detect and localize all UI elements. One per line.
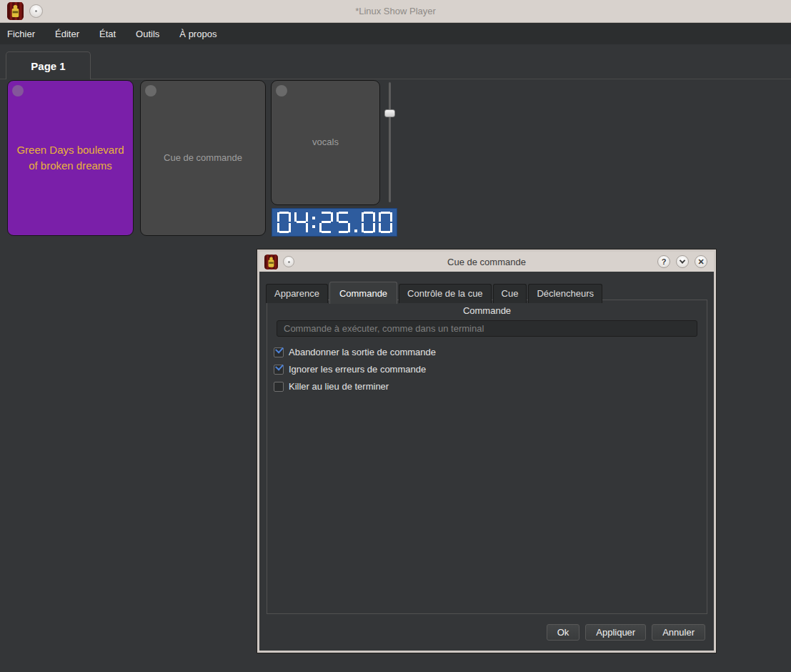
- checkbox-kill-instead[interactable]: Killer au lieu de terminer: [274, 381, 389, 392]
- cue-name: vocals: [312, 136, 339, 149]
- command-tab-pane: Commande Abandonner la sortie de command…: [267, 300, 707, 614]
- cue-status-icon: [145, 85, 156, 97]
- cue-time-display: [272, 208, 397, 237]
- lcd-glyph: [312, 212, 316, 233]
- page-tabbar: Page 1: [0, 44, 791, 79]
- volume-slider-track[interactable]: [389, 82, 391, 202]
- shade-button[interactable]: [676, 255, 689, 268]
- window-title: *Linux Show Player: [0, 6, 791, 16]
- command-group-label: Commande: [267, 305, 707, 316]
- lcd-glyph: [294, 212, 308, 233]
- lcd-glyph: [337, 212, 350, 233]
- tab-apparence[interactable]: Apparence: [266, 284, 328, 303]
- checkbox-label: Ignorer les erreurs de commande: [289, 364, 426, 375]
- menu-etat[interactable]: État: [89, 24, 126, 44]
- menu-outils[interactable]: Outils: [126, 24, 169, 44]
- tab-commande[interactable]: Commande: [329, 282, 397, 304]
- app-icon: [7, 2, 24, 20]
- checkbox-icon[interactable]: [274, 365, 284, 375]
- lcd-glyph: [319, 212, 333, 233]
- dialog-body: Apparence Commande Contrôle de la cue Cu…: [259, 272, 714, 651]
- tab-cue[interactable]: Cue: [493, 284, 527, 303]
- menu-a-propos[interactable]: À propos: [169, 24, 227, 44]
- cue-card-command[interactable]: Cue de commande: [140, 80, 266, 236]
- dialog-window-controls: ? ✕: [657, 255, 707, 268]
- cue-status-icon: [12, 85, 24, 97]
- menubar: Fichier Éditer État Outils À propos: [0, 23, 791, 44]
- cue-card-vocals[interactable]: vocals: [271, 80, 380, 205]
- dialog-button-row: Ok Appliquer Annuler: [547, 624, 705, 641]
- check-mark-icon: [275, 345, 284, 353]
- dialog-titlebar: Cue de commande ? ✕: [259, 252, 714, 272]
- check-mark-icon: [275, 362, 284, 370]
- dialog-title: Cue de commande: [259, 257, 714, 267]
- cue-name: Cue de commande: [164, 152, 242, 165]
- checkbox-discard-output[interactable]: Abandonner la sortie de commande: [274, 347, 436, 357]
- tab-page-1[interactable]: Page 1: [6, 51, 91, 79]
- checkbox-label: Killer au lieu de terminer: [289, 381, 389, 392]
- window-menu-button[interactable]: [29, 4, 43, 18]
- help-button[interactable]: ?: [657, 255, 670, 268]
- cancel-button[interactable]: Annuler: [652, 624, 705, 641]
- tab-declencheurs[interactable]: Déclencheurs: [528, 284, 602, 303]
- lcd-glyph: [379, 212, 392, 233]
- volume-slider-handle[interactable]: [384, 109, 395, 117]
- command-input[interactable]: [277, 320, 697, 337]
- dot-icon: [35, 10, 37, 12]
- menu-fichier[interactable]: Fichier: [0, 24, 45, 44]
- cue-name: Green Days boulevard of broken dreams: [14, 142, 127, 174]
- dialog-tabs: Apparence Commande Contrôle de la cue Cu…: [266, 281, 604, 303]
- lcd-glyph: [277, 212, 291, 233]
- lcd-glyph: [354, 212, 358, 233]
- tab-controle-de-la-cue[interactable]: Contrôle de la cue: [399, 284, 492, 303]
- apply-button[interactable]: Appliquer: [585, 624, 646, 641]
- checkbox-label: Abandonner la sortie de commande: [289, 347, 436, 357]
- chevron-down-icon: [680, 257, 685, 263]
- menu-editer[interactable]: Éditer: [45, 24, 89, 44]
- checkbox-ignore-errors[interactable]: Ignorer les erreurs de commande: [274, 364, 426, 375]
- dot-icon: [288, 261, 290, 263]
- checkbox-icon[interactable]: [274, 347, 284, 357]
- checkbox-icon[interactable]: [274, 382, 284, 392]
- ok-button[interactable]: Ok: [547, 624, 580, 641]
- window-menu-button[interactable]: [283, 256, 294, 267]
- cue-card-music[interactable]: Green Days boulevard of broken dreams: [7, 80, 134, 236]
- close-button[interactable]: ✕: [695, 255, 707, 268]
- lcd-glyph: [362, 212, 375, 233]
- cue-settings-dialog: Cue de commande ? ✕ Apparence Commande C…: [257, 249, 716, 653]
- main-titlebar: *Linux Show Player: [0, 0, 791, 23]
- cue-status-icon: [276, 85, 287, 97]
- app-icon: [264, 255, 278, 270]
